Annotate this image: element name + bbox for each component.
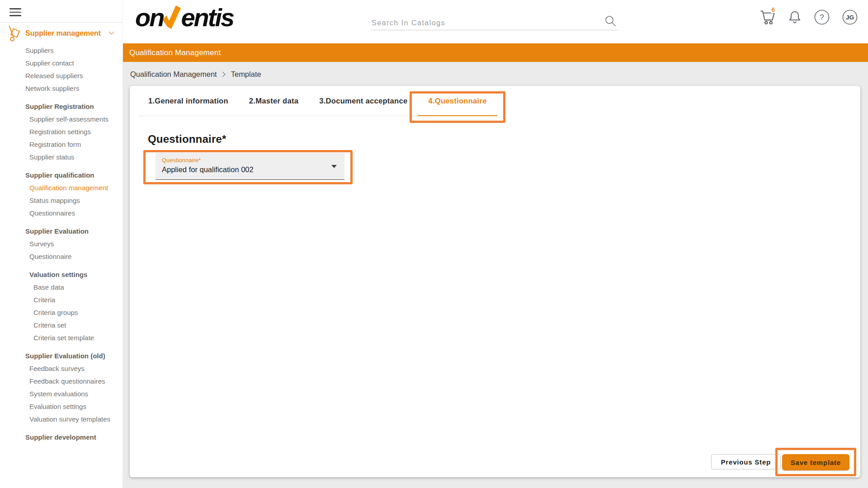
sidebar-item-supplier-contact[interactable]: Supplier contact	[0, 56, 123, 69]
header-icons: 6 ? JG	[760, 9, 858, 25]
menu-hamburger-icon[interactable]	[6, 4, 24, 20]
avatar-initials: JG	[846, 14, 854, 21]
sidebar-item-registration-settings[interactable]: Registration settings	[0, 125, 123, 138]
user-avatar[interactable]: JG	[842, 9, 858, 25]
sidebar-nav: SuppliersSupplier contactReleased suppli…	[0, 44, 123, 443]
sidebar-item-criteria-set[interactable]: Criteria set	[0, 319, 123, 331]
notifications-button[interactable]	[788, 9, 802, 25]
sidebar-item-supplier-status[interactable]: Supplier status	[0, 150, 123, 163]
logo-text-entis: entis	[181, 4, 233, 32]
logo-checkmark-icon	[163, 5, 181, 29]
hand-truck-icon	[7, 25, 23, 42]
questionnaire-select-value: Applied for qualification 002	[162, 165, 325, 174]
bell-icon	[788, 9, 802, 25]
cart-button[interactable]: 6	[760, 9, 776, 25]
sidebar-section-valuation-settings: Valuation settings	[0, 268, 123, 281]
template-card: 1.General information2.Master data3.Docu…	[130, 86, 860, 477]
tab-4-questionnaire[interactable]: 4.Questionnaire	[418, 86, 497, 116]
sidebar-item-released-suppliers[interactable]: Released suppliers	[0, 69, 123, 82]
search-icon[interactable]	[604, 15, 617, 27]
questionnaire-heading: Questionnaire*	[148, 133, 860, 145]
sidebar-item-qualification-management[interactable]: Qualification management	[0, 181, 123, 194]
sidebar-item-criteria-set-template[interactable]: Criteria set template	[0, 331, 123, 344]
logo-text-on: on	[135, 4, 163, 32]
onventis-logo[interactable]: on entis	[135, 4, 233, 32]
sidebar-item-valuation-survey-templates[interactable]: Valuation survey templates	[0, 413, 123, 425]
sidebar-item-supplier-management[interactable]: Supplier management	[0, 23, 123, 44]
sidebar-item-feedback-surveys[interactable]: Feedback surveys	[0, 362, 123, 375]
sidebar-section-supplier-development: Supplier development	[0, 431, 123, 443]
questionnaire-select-label: Questionnaire*	[162, 157, 325, 164]
sidebar-section-supplier-evaluation-old: Supplier Evaluation (old)	[0, 349, 123, 362]
previous-step-button[interactable]: Previous Step	[711, 454, 781, 469]
sidebar-item-suppliers[interactable]: Suppliers	[0, 44, 123, 56]
dropdown-caret-icon	[331, 165, 337, 168]
sidebar-section-supplier-evaluation: Supplier Evaluation	[0, 225, 123, 237]
help-glyph: ?	[820, 13, 824, 22]
sidebar-item-criteria-groups[interactable]: Criteria groups	[0, 306, 123, 319]
sidebar-section-supplier-registration: Supplier Registration	[0, 100, 123, 113]
content-area: Qualification Management Template 1.Gene…	[123, 62, 868, 488]
sidebar-item-surveys[interactable]: Surveys	[0, 237, 123, 250]
tab-2-master-data[interactable]: 2.Master data	[239, 86, 309, 116]
cart-count-badge: 6	[771, 6, 776, 13]
sidebar-item-network-suppliers[interactable]: Network suppliers	[0, 82, 123, 94]
sidebar-item-status-mappings[interactable]: Status mappings	[0, 194, 123, 206]
breadcrumb-qualification-management[interactable]: Qualification Management	[130, 70, 217, 79]
top-header: on entis 6	[123, 0, 868, 43]
sidebar-item-feedback-questionnaires[interactable]: Feedback questionnaires	[0, 375, 123, 387]
sidebar-section-supplier-qualification: Supplier qualification	[0, 169, 123, 181]
sidebar-item-questionnaire[interactable]: Questionnaire	[0, 250, 123, 263]
catalog-search-input[interactable]	[372, 19, 598, 27]
page-title: Qualification Management	[129, 48, 221, 57]
tab-bar: 1.General information2.Master data3.Docu…	[138, 86, 497, 116]
sidebar-item-registration-form[interactable]: Registration form	[0, 138, 123, 150]
sidebar-root-label: Supplier management	[25, 29, 101, 38]
catalog-search	[371, 8, 618, 30]
questionnaire-select[interactable]: Questionnaire* Applied for qualification…	[156, 153, 344, 180]
save-template-button[interactable]: Save template	[782, 454, 849, 470]
breadcrumb: Qualification Management Template	[130, 67, 261, 81]
sidebar-item-base-data[interactable]: Base data	[0, 281, 123, 293]
sidebar-item-evaluation-settings[interactable]: Evaluation settings	[0, 400, 123, 413]
tab-1-general-information[interactable]: 1.General information	[138, 86, 239, 116]
chevron-down-icon[interactable]	[108, 31, 114, 35]
sidebar-item-system-evaluations[interactable]: System evaluations	[0, 387, 123, 400]
page-title-bar: Qualification Management	[123, 43, 868, 62]
breadcrumb-template[interactable]: Template	[231, 70, 261, 79]
sidebar: Supplier management SuppliersSupplier co…	[0, 0, 123, 488]
breadcrumb-chevron-icon	[222, 71, 226, 77]
sidebar-item-questionnaires[interactable]: Questionnaires	[0, 206, 123, 219]
help-button[interactable]: ?	[814, 9, 830, 25]
tab-3-document-acceptance[interactable]: 3.Document acceptance	[309, 86, 418, 116]
sidebar-item-criteria[interactable]: Criteria	[0, 293, 123, 306]
sidebar-item-supplier-self-assessments[interactable]: Supplier self-assessments	[0, 113, 123, 125]
